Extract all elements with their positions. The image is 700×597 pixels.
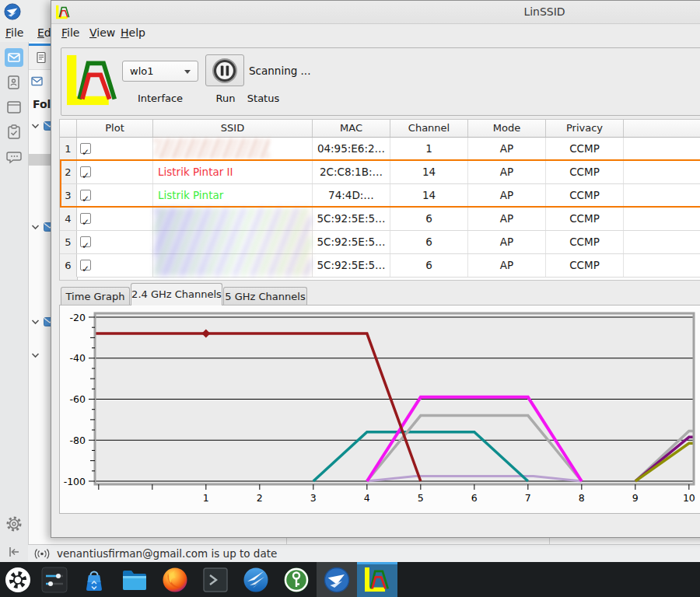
taskbar-item-falkon[interactable]: [236, 562, 276, 597]
thunderbird-icon: [324, 567, 350, 593]
plot-cell: [77, 254, 153, 277]
run-pause-button[interactable]: [205, 54, 244, 86]
col-header-channel[interactable]: Channel: [390, 120, 468, 137]
taskbar-item-kubuntu-launcher[interactable]: [0, 562, 35, 597]
taskbar-item-thunderbird[interactable]: [317, 562, 357, 597]
chat-icon[interactable]: [5, 148, 23, 166]
mode-cell: AP: [468, 231, 546, 253]
svg-text:7: 7: [525, 492, 531, 504]
scan-status-text: Scanning ...: [249, 65, 310, 77]
status-label: Status: [246, 93, 281, 104]
ap-table-header: Plot SSID MAC Channel Mode Privacy Frequ…: [60, 120, 700, 138]
channel-cell: 6: [390, 208, 468, 230]
linssid-window: LinSSID File View Help wlo1 Scanning ...…: [51, 0, 700, 538]
taskbar-item-firefox[interactable]: [155, 562, 195, 597]
konsole-icon: [202, 567, 229, 593]
table-row[interactable]: 104:95:E6:2…1APCCMP2412: [60, 138, 700, 161]
plot-checkbox[interactable]: [80, 166, 91, 177]
mode-cell: AP: [468, 184, 546, 207]
table-row[interactable]: 3Listrik Pintar74:4D:…14APCCMP2484: [60, 184, 700, 208]
interface-combobox-value: wlo1: [130, 65, 153, 77]
taskbar-item-system-settings[interactable]: [35, 562, 74, 597]
address-book-icon[interactable]: [5, 73, 23, 92]
privacy-cell: CCMP: [546, 161, 624, 183]
col-header-plot[interactable]: Plot: [77, 120, 153, 137]
col-header-privacy[interactable]: Privacy: [546, 120, 624, 137]
plot-cell: [77, 208, 153, 230]
taskbar-item-discover[interactable]: [74, 562, 114, 597]
discover-icon: [81, 567, 107, 593]
tasks-icon[interactable]: [5, 123, 23, 141]
table-row[interactable]: 2Listrik Pintar II2C:C8:1B:…14APCCMP2484: [60, 161, 700, 184]
calendar-icon[interactable]: [5, 98, 23, 117]
svg-text:-60: -60: [70, 393, 86, 405]
tab-5ghz-channels[interactable]: 5 GHz Channels: [223, 287, 307, 305]
system-settings-icon: [41, 567, 68, 593]
chevron-down-icon: [184, 70, 191, 74]
tab-24ghz-channels[interactable]: 2.4 GHz Channels: [131, 283, 222, 305]
plot-checkbox[interactable]: [80, 190, 91, 201]
frequency-cell: 2412: [624, 138, 700, 160]
row-number: 4: [60, 208, 77, 230]
frequency-cell: 2437: [624, 231, 700, 253]
falkon-icon: [243, 567, 269, 593]
table-row[interactable]: 55C:92:5E:5…6APCCMP2437: [60, 231, 700, 254]
get-messages-button[interactable]: [31, 74, 44, 88]
linssid-titlebar[interactable]: LinSSID: [51, 1, 700, 24]
plot-cell: [77, 138, 153, 160]
plot-checkbox[interactable]: [80, 143, 91, 154]
get-messages-icon: [31, 76, 44, 86]
row-number: 5: [60, 231, 77, 253]
ssid-cell: [153, 208, 313, 230]
menu-file[interactable]: File: [61, 26, 79, 39]
privacy-cell: CCMP: [546, 231, 624, 253]
mac-cell: 5C:92:5E:5…: [313, 231, 390, 253]
plot-cell: [77, 231, 153, 253]
settings-gear-icon[interactable]: [5, 515, 23, 533]
linssid-menubar: File View Help: [51, 23, 700, 43]
table-row[interactable]: 65C:92:5E:5…6APCCMP2437: [60, 254, 700, 278]
frequency-cell: 2484: [624, 184, 700, 207]
corner-header: [60, 120, 77, 137]
col-header-frequency[interactable]: Frequency: [624, 120, 700, 137]
col-header-mode[interactable]: Mode: [468, 120, 546, 137]
ap-table-body: 104:95:E6:2…1APCCMP24122Listrik Pintar I…: [60, 138, 700, 278]
collapse-sidebar-icon[interactable]: [5, 543, 23, 561]
channel-graph-page: 12345678910-20-40-60-80-100: [59, 305, 700, 514]
plot-checkbox[interactable]: [80, 236, 91, 247]
mode-cell: AP: [468, 208, 546, 230]
taskbar-item-dolphin-file-manager[interactable]: [114, 562, 155, 597]
plot-checkbox[interactable]: [80, 213, 91, 224]
taskbar-item-linssid[interactable]: [357, 562, 397, 597]
mode-cell: AP: [468, 161, 546, 183]
taskbar-item-konsole[interactable]: [195, 562, 236, 597]
row-number: 1: [60, 138, 77, 160]
taskbar: [0, 562, 700, 597]
ap-table: Plot SSID MAC Channel Mode Privacy Frequ…: [59, 119, 700, 281]
tree-expander[interactable]: [31, 348, 40, 362]
account-sync-status: venantiusfirman@gmail.com is up to date: [57, 547, 277, 560]
privacy-cell: CCMP: [546, 254, 624, 277]
graph-tabbar: Time Graph 2.4 GHz Channels 5 GHz Channe…: [59, 283, 681, 305]
tb-menu-file[interactable]: File: [5, 26, 23, 39]
table-row[interactable]: 45C:92:5E:5…6APCCMP2437: [60, 208, 700, 231]
ssid-cell: [153, 138, 313, 160]
menu-view[interactable]: View: [89, 26, 115, 39]
thunderbird-statusbar: venantiusfirman@gmail.com is up to date: [28, 544, 700, 563]
col-header-mac[interactable]: MAC: [313, 120, 390, 137]
mail-space-icon[interactable]: [5, 48, 23, 67]
ssid-cell: Listrik Pintar: [153, 184, 313, 207]
frequency-cell: 2437: [624, 254, 700, 277]
interface-label: Interface: [133, 93, 187, 104]
plot-cell: [77, 184, 153, 207]
menu-help[interactable]: Help: [121, 26, 145, 39]
svg-text:3: 3: [310, 492, 317, 504]
interface-combobox[interactable]: wlo1: [122, 61, 198, 82]
linssid-logo: [67, 54, 118, 106]
svg-text:6: 6: [471, 492, 478, 504]
taskbar-item-keepassxc[interactable]: [276, 562, 317, 597]
mac-cell: 2C:C8:1B:…: [313, 161, 390, 183]
plot-checkbox[interactable]: [80, 260, 91, 271]
col-header-ssid[interactable]: SSID: [153, 120, 313, 137]
tab-time-graph[interactable]: Time Graph: [61, 287, 130, 305]
